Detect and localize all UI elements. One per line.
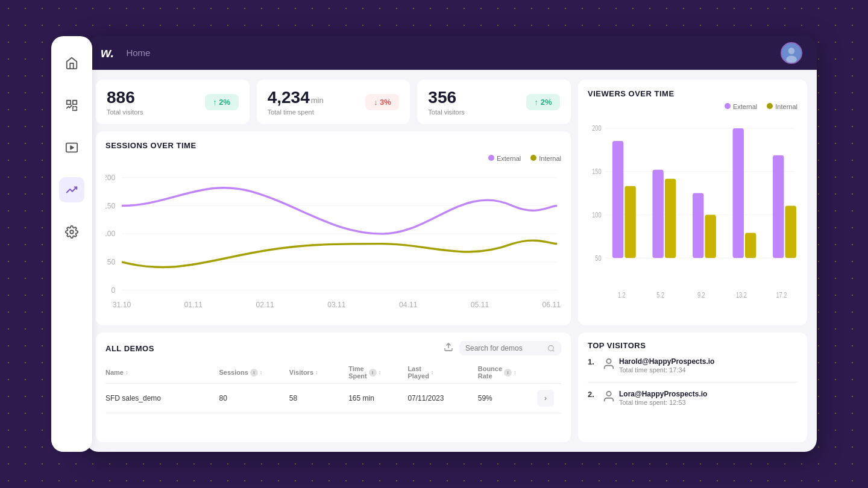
svg-text:02.11: 02.11 [256, 301, 274, 309]
stat-cards: 886 Total visitors ↑ 2% 4,234min Total t… [96, 80, 571, 124]
top-visitors-title: TOP VISITORS [588, 341, 797, 350]
search-bar[interactable] [459, 341, 561, 355]
svg-text:100: 100 [105, 230, 115, 238]
svg-rect-35 [612, 141, 623, 258]
table-header: Name ↕ Sessions i ↕ Visitors ↕ TimeSpent [105, 361, 561, 384]
topbar: w. Home [86, 36, 817, 70]
col-name[interactable]: Name ↕ [105, 365, 215, 380]
svg-rect-39 [693, 193, 703, 258]
sessions-chart-title: SESSIONS OVER TIME [105, 141, 561, 150]
stat-value-0: 886 [107, 88, 143, 107]
svg-text:03.11: 03.11 [327, 301, 346, 309]
sessions-chart: SESSIONS OVER TIME External Internal 200… [96, 131, 571, 325]
sidebar [51, 36, 92, 452]
svg-text:0: 0 [111, 286, 115, 294]
sidebar-item-analytics[interactable] [59, 177, 84, 202]
stat-badge-2: ↑ 2% [526, 94, 560, 110]
row-bounce-rate: 59% [478, 394, 532, 402]
stat-value-1: 4,234min [268, 88, 324, 107]
content-area: 886 Total visitors ↑ 2% 4,234min Total t… [86, 70, 817, 452]
stat-badge-0: ↑ 2% [205, 94, 239, 110]
col-sessions[interactable]: Sessions i ↕ [219, 365, 285, 380]
viewers-chart: VIEWERS OVER TIME External Internal 200 … [578, 80, 807, 325]
visitor-item-1: 2. Lora@HappyProspects.io Total time spe… [588, 390, 797, 406]
svg-text:13.2: 13.2 [736, 290, 747, 299]
svg-text:150: 150 [592, 167, 601, 176]
svg-point-50 [606, 359, 611, 363]
svg-rect-37 [652, 170, 663, 258]
top-visitors: TOP VISITORS 1. Harold@HappyProspects.io… [578, 333, 807, 442]
svg-text:50: 50 [595, 254, 601, 262]
svg-text:9.2: 9.2 [697, 290, 705, 299]
search-icon [547, 345, 555, 352]
visitor-rank-0: 1. [588, 357, 597, 366]
stat-card-2: 356 Total visitors ↑ 2% [417, 80, 571, 124]
row-visitors: 58 [289, 394, 344, 402]
svg-point-7 [786, 55, 797, 63]
sidebar-item-settings[interactable] [59, 219, 84, 245]
stat-card-1: 4,234min Total time spent ↓ 3% [257, 80, 410, 124]
visitor-time-0: Total time spent: 17:34 [619, 366, 714, 374]
svg-point-6 [788, 48, 795, 54]
svg-text:06.11: 06.11 [542, 301, 561, 309]
col-last-played[interactable]: LastPlayed ↕ [407, 365, 473, 380]
sidebar-item-video[interactable] [59, 135, 84, 160]
svg-rect-36 [624, 186, 635, 258]
row-sessions: 80 [219, 394, 285, 402]
stat-badge-1: ↓ 3% [365, 94, 399, 110]
svg-text:100: 100 [592, 210, 601, 219]
viewers-chart-title: VIEWERS OVER TIME [588, 89, 797, 98]
svg-text:05.11: 05.11 [471, 301, 489, 309]
page-title: Home [126, 48, 781, 58]
svg-rect-0 [67, 101, 71, 104]
upload-icon[interactable] [444, 342, 453, 354]
stat-label-0: Total visitors [107, 108, 143, 116]
viewers-chart-legend: External Internal [725, 103, 797, 110]
row-last-played: 07/11/2023 [407, 394, 473, 402]
svg-rect-40 [705, 215, 715, 258]
svg-marker-3 [71, 146, 74, 149]
svg-text:1.2: 1.2 [618, 290, 626, 299]
main-window: w. Home 886 Total visitors ↑ 2% [86, 36, 817, 452]
svg-text:200: 200 [592, 124, 601, 133]
demos-section: ALL DEMOS Name [96, 333, 571, 442]
sidebar-item-home[interactable] [59, 51, 84, 76]
col-time-spent[interactable]: TimeSpent i ↕ [348, 365, 403, 380]
svg-point-4 [70, 230, 74, 234]
demos-title: ALL DEMOS [105, 344, 444, 353]
sidebar-item-edit[interactable] [59, 93, 84, 118]
row-expand-button[interactable]: › [537, 390, 554, 407]
svg-rect-41 [733, 128, 744, 258]
svg-text:50: 50 [107, 258, 116, 266]
visitor-time-1: Total time spent: 12:53 [619, 399, 707, 406]
svg-text:5.2: 5.2 [656, 290, 664, 299]
demos-header: ALL DEMOS [105, 341, 561, 355]
sessions-chart-legend: External Internal [488, 155, 561, 162]
visitor-user-icon-0 [602, 357, 615, 371]
svg-text:17.2: 17.2 [776, 290, 787, 299]
table-row: SFD sales_demo 80 58 165 min 07/11/2023 … [105, 384, 561, 413]
visitor-user-icon-1 [602, 390, 615, 403]
row-time-spent: 165 min [348, 394, 403, 402]
visitor-email-0: Harold@HappyProspects.io [619, 357, 714, 366]
col-bounce-rate[interactable]: BounceRate i ↕ [478, 365, 532, 380]
sessions-chart-area: 200 150 100 50 0 [105, 167, 561, 316]
col-visitors[interactable]: Visitors ↕ [289, 365, 344, 380]
svg-point-26 [549, 345, 554, 351]
logo: w. [101, 45, 114, 61]
row-name: SFD sales_demo [105, 394, 215, 402]
avatar[interactable] [781, 42, 802, 64]
svg-point-51 [606, 392, 611, 396]
svg-rect-44 [785, 206, 796, 258]
svg-text:200: 200 [105, 174, 115, 182]
visitor-item-0: 1. Harold@HappyProspects.io Total time s… [588, 357, 797, 374]
visitor-email-1: Lora@HappyProspects.io [619, 390, 707, 398]
svg-rect-42 [745, 233, 756, 258]
stat-label-2: Total visitors [428, 108, 465, 116]
search-input[interactable] [465, 344, 544, 352]
stat-label-1: Total time spent [268, 108, 324, 116]
viewers-chart-area: 200 150 100 50 [588, 117, 797, 316]
svg-text:04.11: 04.11 [399, 301, 418, 309]
visitor-rank-1: 2. [588, 390, 597, 399]
svg-text:01.11: 01.11 [184, 301, 203, 309]
